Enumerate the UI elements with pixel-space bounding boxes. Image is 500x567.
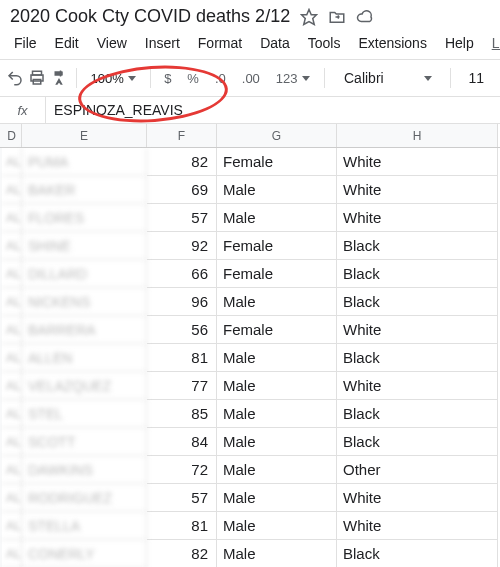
menu-extensions[interactable]: Extensions	[350, 31, 434, 55]
cell-col-h[interactable]: Black	[337, 540, 498, 567]
cell-col-f[interactable]: 57	[147, 484, 217, 512]
table-row[interactable]: ALCONERLY82MaleBlack	[0, 540, 500, 567]
star-icon[interactable]	[300, 8, 318, 26]
cell-col-h[interactable]: Black	[337, 260, 498, 288]
cell-col-f[interactable]: 82	[147, 540, 217, 567]
table-row[interactable]: ALDAWKINS72MaleOther	[0, 456, 500, 484]
cell-col-e[interactable]: FLORES	[22, 204, 147, 232]
table-row[interactable]: ALSTEL85MaleBlack	[0, 400, 500, 428]
table-row[interactable]: ALPUMA82FemaleWhite	[0, 148, 500, 176]
cell-col-h[interactable]: White	[337, 204, 498, 232]
cell-col-d[interactable]: AL	[2, 288, 22, 316]
col-header-H[interactable]: H	[337, 124, 498, 147]
menu-insert[interactable]: Insert	[137, 31, 188, 55]
cell-col-d[interactable]: AL	[2, 540, 22, 567]
doc-title[interactable]: 2020 Cook Cty COVID deaths 2/12	[10, 6, 290, 27]
fx-toggle-icon[interactable]: fx	[0, 97, 46, 123]
cell-col-h[interactable]: White	[337, 372, 498, 400]
cell-col-h[interactable]: Black	[337, 288, 498, 316]
spreadsheet-grid[interactable]: ALPUMA82FemaleWhiteALBAKER69MaleWhiteALF…	[0, 148, 500, 567]
menu-last-edit[interactable]: Las	[484, 31, 500, 55]
menu-data[interactable]: Data	[252, 31, 298, 55]
cell-col-e[interactable]: SHINE	[22, 232, 147, 260]
print-icon[interactable]	[28, 64, 46, 92]
cell-col-d[interactable]: AL	[2, 456, 22, 484]
cell-col-e[interactable]: SCOTT	[22, 428, 147, 456]
cell-col-h[interactable]: Black	[337, 232, 498, 260]
format-percent[interactable]: %	[181, 71, 205, 86]
cell-col-h[interactable]: Black	[337, 344, 498, 372]
col-header-D[interactable]: D	[2, 124, 22, 147]
more-formats[interactable]: 123	[270, 66, 316, 90]
increase-decimal[interactable]: .00	[236, 71, 266, 86]
cell-col-e[interactable]: DAWKINS	[22, 456, 147, 484]
cell-col-g[interactable]: Male	[217, 428, 337, 456]
table-row[interactable]: ALSHINE92FemaleBlack	[0, 232, 500, 260]
paint-format-icon[interactable]	[50, 64, 68, 92]
cell-col-h[interactable]: Other	[337, 456, 498, 484]
cell-col-g[interactable]: Male	[217, 512, 337, 540]
cell-col-g[interactable]: Male	[217, 204, 337, 232]
cell-col-d[interactable]: AL	[2, 232, 22, 260]
cell-col-e[interactable]: PUMA	[22, 148, 147, 176]
cell-col-d[interactable]: AL	[2, 260, 22, 288]
table-row[interactable]: ALFLORES57MaleWhite	[0, 204, 500, 232]
zoom-select[interactable]: 100%	[84, 66, 141, 90]
cell-col-f[interactable]: 81	[147, 512, 217, 540]
menu-file[interactable]: File	[6, 31, 45, 55]
cell-col-e[interactable]: DILLARD	[22, 260, 147, 288]
cell-col-d[interactable]: AL	[2, 344, 22, 372]
table-row[interactable]: ALBARRERA56FemaleWhite	[0, 316, 500, 344]
cell-col-f[interactable]: 84	[147, 428, 217, 456]
cell-col-h[interactable]: White	[337, 316, 498, 344]
cell-col-d[interactable]: AL	[2, 372, 22, 400]
cell-col-g[interactable]: Male	[217, 372, 337, 400]
cell-col-d[interactable]: AL	[2, 176, 22, 204]
cell-col-f[interactable]: 77	[147, 372, 217, 400]
cell-col-d[interactable]: AL	[2, 400, 22, 428]
table-row[interactable]: ALRODRIGUEZ57MaleWhite	[0, 484, 500, 512]
cell-col-h[interactable]: White	[337, 512, 498, 540]
table-row[interactable]: ALSCOTT84MaleBlack	[0, 428, 500, 456]
col-header-F[interactable]: F	[147, 124, 217, 147]
cell-col-d[interactable]: AL	[2, 316, 22, 344]
table-row[interactable]: ALNICKENS96MaleBlack	[0, 288, 500, 316]
formula-input[interactable]	[46, 102, 500, 118]
cell-col-h[interactable]: Black	[337, 428, 498, 456]
move-folder-icon[interactable]	[328, 8, 346, 26]
menu-help[interactable]: Help	[437, 31, 482, 55]
cell-col-h[interactable]: White	[337, 176, 498, 204]
table-row[interactable]: ALBAKER69MaleWhite	[0, 176, 500, 204]
col-header-G[interactable]: G	[217, 124, 337, 147]
cell-col-d[interactable]: AL	[2, 484, 22, 512]
cell-col-f[interactable]: 66	[147, 260, 217, 288]
cell-col-d[interactable]: AL	[2, 428, 22, 456]
cell-col-d[interactable]: AL	[2, 148, 22, 176]
cell-col-e[interactable]: STELLA	[22, 512, 147, 540]
cell-col-d[interactable]: AL	[2, 204, 22, 232]
table-row[interactable]: ALALLEN81MaleBlack	[0, 344, 500, 372]
table-row[interactable]: ALVELAZQUEZ77MaleWhite	[0, 372, 500, 400]
cell-col-g[interactable]: Male	[217, 456, 337, 484]
font-select[interactable]: Calibri	[332, 66, 442, 90]
cell-col-f[interactable]: 72	[147, 456, 217, 484]
cell-col-g[interactable]: Male	[217, 344, 337, 372]
cell-col-e[interactable]: BARRERA	[22, 316, 147, 344]
menu-tools[interactable]: Tools	[300, 31, 349, 55]
cell-col-g[interactable]: Male	[217, 484, 337, 512]
cell-col-f[interactable]: 69	[147, 176, 217, 204]
cell-col-f[interactable]: 82	[147, 148, 217, 176]
cell-col-g[interactable]: Male	[217, 176, 337, 204]
cell-col-e[interactable]: ALLEN	[22, 344, 147, 372]
cell-col-f[interactable]: 85	[147, 400, 217, 428]
cell-col-g[interactable]: Female	[217, 316, 337, 344]
font-size[interactable]: 11	[458, 70, 494, 86]
cell-col-f[interactable]: 56	[147, 316, 217, 344]
table-row[interactable]: ALDILLARD66FemaleBlack	[0, 260, 500, 288]
format-currency[interactable]: $	[158, 71, 177, 86]
undo-icon[interactable]	[6, 64, 24, 92]
cell-col-e[interactable]: STEL	[22, 400, 147, 428]
cell-col-f[interactable]: 81	[147, 344, 217, 372]
cell-col-e[interactable]: BAKER	[22, 176, 147, 204]
cell-col-g[interactable]: Female	[217, 232, 337, 260]
